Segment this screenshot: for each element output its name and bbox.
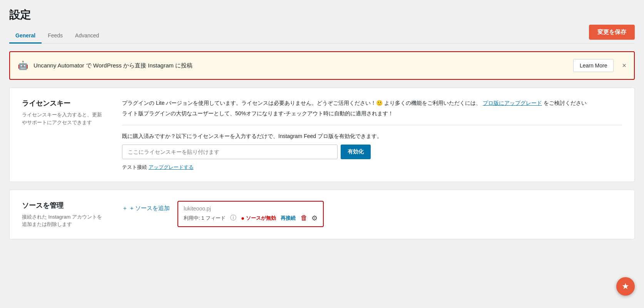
upgrade-link[interactable]: プロ版にアップグレード [483,100,542,106]
license-desc-line2: ライト版プラグインの大切なユーザーとして、50%オフになります-チェックアウト時… [122,110,622,117]
source-usage: 利用中: 1 フィード [184,215,226,222]
upgrade-link2[interactable]: アップグレードする [149,164,194,170]
info-icon[interactable]: ⓘ [230,214,236,222]
test-connection-text: テスト接続 アップグレードする [122,164,622,171]
learn-more-button[interactable]: Learn More [573,59,614,72]
tab-general[interactable]: General [9,29,42,44]
license-input-row: 有効化 [122,145,622,159]
sources-left: ソースを管理 接続された Instagram アカウントを追加または削除します [22,201,107,228]
banner-text: Uncanny Automator で WordPress から直接 Insta… [33,62,568,69]
source-actions: 🗑 ⚙ [301,214,318,222]
plus-icon: ＋ [122,205,128,212]
purchase-question: 既に購入済みですか？以下にライセンスキーを入力するだけで、Instagram F… [122,133,622,140]
source-settings-icon[interactable]: ⚙ [311,214,318,222]
source-status-error: ● ソースが無効 [241,215,276,222]
license-desc-line1: プラグインの Lite バージョンを使用しています。ライセンスは必要ありません。… [122,99,622,108]
activate-button[interactable]: 有効化 [341,145,371,159]
promo-banner: 🤖 Uncanny Automator で WordPress から直接 Ins… [9,51,635,80]
license-card-left: ライセンスキー ライセンスキーを入力すると、更新やサポートにアクセスできます [22,99,107,171]
add-source-label: + ソースを追加 [130,205,170,212]
sources-section-desc: 接続された Instagram アカウントを追加または削除します [22,213,107,228]
source-details: 利用中: 1 フィード ⓘ ● ソースが無効 再接続 🗑 ⚙ [184,214,318,222]
banner-close-button[interactable]: × [622,62,626,70]
divider [122,125,622,125]
save-button[interactable]: 変更を保存 [589,25,635,40]
sources-card: ソースを管理 接続された Instagram アカウントを追加または削除します … [9,190,635,239]
source-account-name: lukiteooo.pj [184,205,318,212]
add-source-button[interactable]: ＋ + ソースを追加 [122,201,170,212]
sources-section-title: ソースを管理 [22,201,107,210]
page-title: 設定 [9,8,635,22]
sources-row: ソースを管理 接続された Instagram アカウントを追加または削除します … [22,201,622,228]
license-section-title: ライセンスキー [22,99,107,108]
delete-source-icon[interactable]: 🗑 [301,214,308,222]
license-key-input[interactable] [122,145,338,159]
tab-feeds[interactable]: Feeds [42,29,69,44]
license-card: ライセンスキー ライセンスキーを入力すると、更新やサポートにアクセスできます プ… [9,88,635,182]
source-box: lukiteooo.pj 利用中: 1 フィード ⓘ ● ソースが無効 再接続 … [177,201,324,227]
license-card-right: プラグインの Lite バージョンを使用しています。ライセンスは必要ありません。… [122,99,622,171]
error-icon: ● [241,215,244,221]
tabs-bar: General Feeds Advanced 変更を保存 [9,29,635,44]
license-section-desc: ライセンスキーを入力すると、更新やサポートにアクセスできます [22,111,107,126]
robot-icon: 🤖 [18,61,28,71]
reconnect-link[interactable]: 再接続 [281,215,296,222]
tab-advanced[interactable]: Advanced [69,29,105,44]
sources-right: ＋ + ソースを追加 lukiteooo.pj 利用中: 1 フィード ⓘ ● … [122,201,622,227]
